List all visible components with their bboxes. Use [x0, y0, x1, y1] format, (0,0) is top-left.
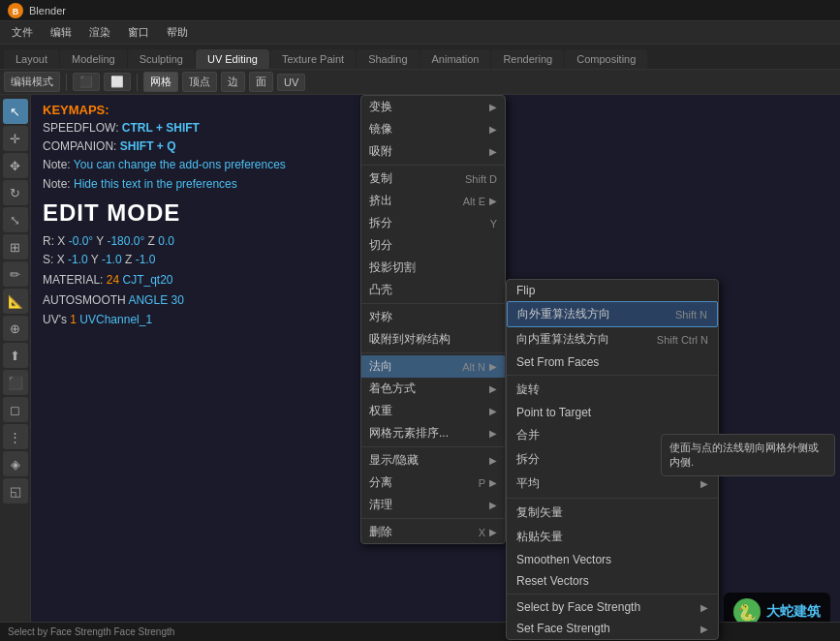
- sub-sep3: [507, 594, 718, 595]
- uv-channel: UVChannel_1: [79, 313, 152, 326]
- submenu-copy-vectors[interactable]: 复制矢量: [507, 501, 718, 525]
- tool-cursor[interactable]: ✛: [3, 126, 28, 151]
- main-area: ↖ ✛ ✥ ↻ ⤡ ⊞ ✏ 📐 ⊕ ⬆ ⬛ ◻ ⋮ ◈ ◱ KEYMAPS: S…: [0, 95, 840, 641]
- sy-label: Y: [91, 253, 102, 266]
- tab-shading[interactable]: Shading: [357, 49, 419, 69]
- menu-item-split[interactable]: 拆分 Y: [361, 212, 505, 234]
- tool-rotate[interactable]: ↻: [3, 180, 28, 205]
- uv-num: 1: [70, 313, 77, 326]
- menu-render[interactable]: 渲染: [81, 23, 118, 42]
- vertex-btn[interactable]: 顶点: [182, 72, 217, 92]
- submenu-flip[interactable]: Flip: [507, 280, 718, 301]
- note2-prefix: Note:: [43, 177, 71, 191]
- menu-item-extrude[interactable]: 挤出 Alt E ▶: [361, 190, 505, 212]
- tool-knife[interactable]: ◈: [3, 451, 28, 476]
- sep1: [361, 165, 505, 166]
- speedflow-key: CTRL + SHIFT: [122, 121, 200, 135]
- menu-window[interactable]: 窗口: [120, 23, 157, 42]
- face-btn[interactable]: 面: [249, 72, 273, 92]
- tool-scale[interactable]: ⤡: [3, 207, 28, 232]
- submenu-paste-vectors[interactable]: 粘贴矢量: [507, 525, 718, 549]
- speedflow-label: SPEEDFLOW:: [43, 121, 118, 135]
- menu-item-clean[interactable]: 清理 ▶: [361, 494, 505, 516]
- viewport-content: KEYMAPS: SPEEDFLOW: CTRL + SHIFT COMPANI…: [31, 95, 840, 641]
- tool-btn-2[interactable]: ⬜: [104, 73, 131, 91]
- submenu-smoothen[interactable]: Smoothen Vectors: [507, 549, 718, 570]
- menu-item-sort[interactable]: 网格元素排序... ▶: [361, 422, 505, 444]
- tab-animation[interactable]: Animation: [420, 49, 491, 69]
- menu-item-delete[interactable]: 删除 X ▶: [361, 521, 505, 543]
- tab-layout[interactable]: Layout: [4, 49, 59, 69]
- tool-annotate[interactable]: ✏: [3, 261, 28, 287]
- submenu-rotate[interactable]: 旋转: [507, 378, 718, 402]
- autosmooth-label: AUTOSMOOTH: [43, 293, 126, 307]
- rz-val: 0.0: [158, 234, 174, 248]
- sz-val: -1.0: [136, 253, 156, 266]
- rx-val: -0.0°: [69, 234, 93, 248]
- titlebar: B Blender: [0, 0, 840, 21]
- tool-add[interactable]: ⊕: [3, 316, 28, 341]
- submenu-recalc-inside[interactable]: 向内重算法线方向 Shift Ctrl N: [507, 327, 718, 351]
- menubar: 文件 编辑 渲染 窗口 帮助: [0, 21, 840, 45]
- tab-modeling[interactable]: Modeling: [60, 49, 127, 69]
- menu-item-separate[interactable]: 分离 P ▶: [361, 472, 505, 494]
- menu-help[interactable]: 帮助: [159, 23, 196, 42]
- ry-val: -180.0°: [107, 234, 144, 248]
- tool-measure[interactable]: 📐: [3, 289, 28, 314]
- tool-inset[interactable]: ⬛: [3, 370, 28, 395]
- tab-uv-editing[interactable]: UV Editing: [196, 49, 269, 69]
- rz-label: Z: [148, 234, 159, 248]
- tooltip-box: 使面与点的法线朝向网格外侧或内侧.: [661, 434, 835, 476]
- sep4: [361, 446, 505, 447]
- tool-loop-cut[interactable]: ⋮: [3, 424, 28, 449]
- submenu-set-face-strength[interactable]: Set Face Strength ▶: [507, 618, 718, 639]
- menu-item-symmetry[interactable]: 对称: [361, 306, 505, 328]
- tool-btn-1[interactable]: ⬛: [73, 73, 100, 91]
- menu-item-normals[interactable]: 法向 Alt N ▶: [361, 355, 505, 378]
- menu-item-knife-proj[interactable]: 投影切割: [361, 257, 505, 279]
- mode-selector[interactable]: 编辑模式: [4, 72, 60, 92]
- separator2: [137, 74, 138, 91]
- menu-item-transform[interactable]: 变换 ▶: [361, 96, 505, 118]
- submenu-select-face-strength[interactable]: Select by Face Strength ▶: [507, 596, 718, 618]
- tool-select[interactable]: ↖: [3, 99, 28, 124]
- sub-sep1: [507, 375, 718, 376]
- edge-btn[interactable]: 边: [221, 72, 245, 92]
- menu-item-shading[interactable]: 着色方式 ▶: [361, 378, 505, 400]
- watermark-text: 大蛇建筑: [766, 603, 821, 621]
- menu-item-weights[interactable]: 权重 ▶: [361, 400, 505, 422]
- menu-file[interactable]: 文件: [4, 23, 41, 42]
- menu-item-show-hide[interactable]: 显示/隐藏 ▶: [361, 449, 505, 472]
- submenu-point-to-target[interactable]: Point to Target: [507, 402, 718, 423]
- status-text: Select by Face Strength Face Strength: [8, 626, 174, 637]
- menu-item-snap[interactable]: 吸附 ▶: [361, 140, 505, 163]
- companion-key: SHIFT + Q: [120, 139, 176, 153]
- sep5: [361, 518, 505, 519]
- material-name: CJT_qt20: [123, 273, 173, 287]
- menu-item-mirror[interactable]: 镜像 ▶: [361, 118, 505, 140]
- menu-edit[interactable]: 编辑: [43, 23, 79, 42]
- menu-item-convex-hull[interactable]: 凸壳: [361, 279, 505, 301]
- submenu-set-from-faces[interactable]: Set From Faces: [507, 351, 718, 373]
- menu-item-duplicate[interactable]: 复制 Shift D: [361, 168, 505, 190]
- menu-item-snap-symmetry[interactable]: 吸附到对称结构: [361, 328, 505, 351]
- ry-label: Y: [96, 234, 107, 248]
- submenu-reset[interactable]: Reset Vectors: [507, 570, 718, 592]
- tab-texture-paint[interactable]: Texture Paint: [270, 49, 356, 69]
- menu-item-bisect[interactable]: 切分: [361, 234, 505, 257]
- tab-compositing[interactable]: Compositing: [565, 49, 647, 69]
- note2-text: Hide this text in the preferences: [74, 177, 237, 191]
- app-title: Blender: [29, 5, 66, 16]
- submenu-recalc-outside[interactable]: 向外重算法线方向 Shift N: [507, 301, 718, 327]
- tool-shear[interactable]: ◱: [3, 478, 28, 504]
- tab-sculpting[interactable]: Sculpting: [128, 49, 195, 69]
- tool-transform[interactable]: ⊞: [3, 234, 28, 259]
- tool-move[interactable]: ✥: [3, 153, 28, 178]
- uv-btn[interactable]: UV: [277, 74, 305, 91]
- tool-bevel[interactable]: ◻: [3, 397, 28, 422]
- tab-rendering[interactable]: Rendering: [491, 49, 564, 69]
- tool-extrude[interactable]: ⬆: [3, 343, 28, 368]
- companion-label: COMPANION:: [43, 139, 116, 153]
- note1-prefix: Note:: [43, 158, 71, 171]
- mesh-btn[interactable]: 网格: [143, 72, 178, 92]
